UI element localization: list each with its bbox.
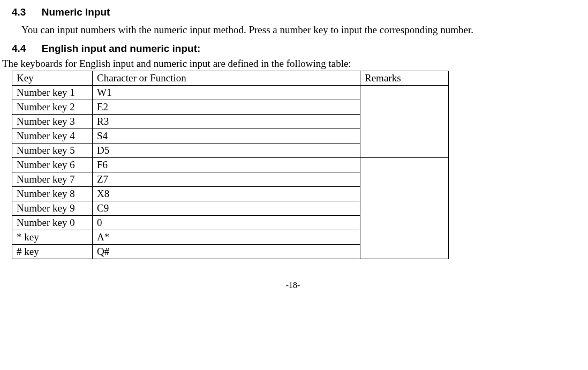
cell-char: A* [93,230,360,245]
heading-4-4: 4.4 English input and numeric input: [12,43,584,55]
paragraph-4-3: You can input numbers with the numeric i… [2,21,584,39]
section-title: English input and numeric input: [42,43,201,54]
table-header-row: Key Character or Function Remarks [12,71,449,86]
key-table: Key Character or Function Remarks Number… [12,71,449,259]
cell-key: Number key 6 [12,158,93,172]
header-remarks: Remarks [360,71,449,86]
header-char: Character or Function [93,71,360,86]
page-footer: -18- [2,281,584,290]
cell-remarks-group1 [360,86,449,158]
cell-char: S4 [93,129,360,144]
section-number: 4.4 [12,43,26,55]
cell-key: Number key 9 [12,201,93,216]
section-title: Numeric Input [42,6,110,18]
cell-char: 0 [93,216,360,230]
cell-key: Number key 8 [12,187,93,201]
cell-key: * key [12,230,93,245]
table-row: Number key 1 W1 [12,86,449,100]
cell-char: Q# [93,245,360,259]
cell-key: Number key 1 [12,86,93,100]
cell-char: D5 [93,144,360,158]
cell-char: W1 [93,86,360,100]
cell-char: Z7 [93,172,360,187]
cell-char: R3 [93,115,360,129]
cell-key: Number key 0 [12,216,93,230]
cell-char: C9 [93,201,360,216]
table-row: Number key 6 F6 [12,158,449,172]
cell-key: Number key 3 [12,115,93,129]
cell-char: F6 [93,158,360,172]
cell-key: # key [12,245,93,259]
page: 4.3 Numeric Input You can input numbers … [0,0,588,301]
cell-key: Number key 7 [12,172,93,187]
intro-line: The keyboards for English input and nume… [2,58,584,70]
cell-char: X8 [93,187,360,201]
heading-4-3: 4.3 Numeric Input [12,6,584,18]
cell-key: Number key 2 [12,100,93,115]
section-number: 4.3 [12,6,26,18]
cell-char: E2 [93,100,360,115]
header-key: Key [12,71,93,86]
cell-key: Number key 5 [12,144,93,158]
cell-key: Number key 4 [12,129,93,144]
cell-remarks-group2 [360,158,449,259]
